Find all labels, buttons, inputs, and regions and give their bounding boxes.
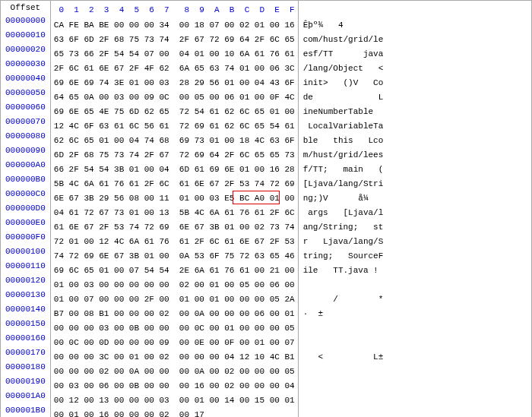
ascii-row[interactable]: / *: [303, 292, 527, 306]
hex-viewer: Offset 000000000000001000000020000000300…: [0, 0, 532, 417]
ascii-row[interactable]: Êþº¾ 4: [303, 17, 527, 32]
ascii-row[interactable]: ang/String; st: [303, 220, 527, 234]
hex-row[interactable]: 00 0C 00 0D 00 00 00 09 00 0E 00 0F 00 0…: [54, 335, 295, 349]
hex-row[interactable]: 00 00 00 03 00 0B 00 00 00 0C 00 01 00 0…: [54, 321, 295, 335]
hex-row[interactable]: 69 6E 69 74 3E 01 00 03 28 29 56 01 00 0…: [54, 75, 295, 90]
ascii-row[interactable]: com/hust/grid/le: [303, 32, 527, 46]
hex-row[interactable]: 69 6C 65 01 00 07 54 54 2E 6A 61 76 61 0…: [54, 263, 295, 277]
offset-value: 00000010: [5, 27, 46, 42]
offset-value: 00000130: [5, 287, 46, 302]
hex-row[interactable]: 04 61 72 67 73 01 00 13 5B 4C 6A 61 76 6…: [54, 205, 295, 220]
hex-header: 0 1 2 3 4 5 6 7 8 9 A B C D E F: [54, 2, 295, 17]
hex-row[interactable]: 6E 67 3B 29 56 08 00 11 01 00 03 E5 BC A…: [54, 191, 295, 205]
offset-value: 00000190: [5, 374, 46, 388]
hex-row[interactable]: CA FE BA BE 00 00 00 34 00 18 07 00 02 0…: [54, 17, 295, 32]
hex-row[interactable]: 12 4C 6F 63 61 6C 56 61 72 69 61 62 6C 6…: [54, 118, 295, 133]
ascii-column: Êþº¾ 4 com/hust/grid/leesf/TT java/lang/…: [299, 1, 531, 417]
ascii-row[interactable]: ble this Lco: [303, 133, 527, 147]
hex-row[interactable]: 2F 6C 61 6E 67 2F 4F 62 6A 65 63 74 01 0…: [54, 61, 295, 75]
offset-value: 000001A0: [5, 388, 46, 403]
ascii-row[interactable]: [303, 378, 527, 393]
ascii-row[interactable]: de L: [303, 90, 527, 104]
ascii-row[interactable]: LocalVariableTa: [303, 118, 527, 133]
ascii-row[interactable]: init> ()V Co: [303, 75, 527, 90]
hex-row[interactable]: 00 01 00 16 00 00 00 02 00 17: [54, 407, 295, 417]
hex-row[interactable]: 61 6E 67 2F 53 74 72 69 6E 67 3B 01 00 0…: [54, 220, 295, 234]
hex-row[interactable]: 01 00 07 00 00 00 2F 00 01 00 01 00 00 0…: [54, 292, 295, 306]
ascii-row[interactable]: r Ljava/lang/S: [303, 234, 527, 248]
hex-row[interactable]: 01 00 03 00 00 00 00 00 02 00 01 00 05 0…: [54, 277, 295, 292]
hex-row[interactable]: 64 65 0A 00 03 00 09 0C 00 05 00 06 01 0…: [54, 90, 295, 104]
hex-row[interactable]: 6D 2F 68 75 73 74 2F 67 72 69 64 2F 6C 6…: [54, 147, 295, 162]
offset-value: 00000080: [5, 128, 46, 143]
offset-value: 00000180: [5, 359, 46, 374]
hex-row[interactable]: B7 00 08 B1 00 00 00 02 00 0A 00 00 00 0…: [54, 306, 295, 321]
offset-value: 00000060: [5, 100, 46, 114]
offset-value: 00000160: [5, 330, 46, 345]
hex-row[interactable]: 00 03 00 06 00 0B 00 00 00 16 00 02 00 0…: [54, 378, 295, 393]
ascii-row[interactable]: /lang/Object <: [303, 61, 527, 75]
hex-row[interactable]: 74 72 69 6E 67 3B 01 00 0A 53 6F 75 72 6…: [54, 248, 295, 263]
offset-value: 00000040: [5, 71, 46, 85]
selection-highlight: [233, 191, 280, 204]
ascii-row[interactable]: · ±: [303, 306, 527, 321]
offset-value: 000001B0: [5, 403, 46, 417]
offset-value: 00000000: [5, 13, 46, 27]
offset-value: 00000100: [5, 244, 46, 258]
hex-row[interactable]: 00 00 00 02 00 0A 00 00 00 0A 00 02 00 0…: [54, 364, 295, 378]
hex-row[interactable]: 72 01 00 12 4C 6A 61 76 61 2F 6C 61 6E 6…: [54, 234, 295, 248]
offset-value: 000000E0: [5, 215, 46, 229]
ascii-row[interactable]: [303, 407, 527, 417]
ascii-row[interactable]: f/TT; main (: [303, 162, 527, 176]
offset-value: 000000F0: [5, 229, 46, 244]
offset-value: 00000050: [5, 85, 46, 100]
ascii-row[interactable]: ineNumberTable: [303, 104, 527, 118]
offset-value: 00000020: [5, 42, 46, 56]
offset-value: 000000C0: [5, 186, 46, 201]
offset-column: Offset 000000000000001000000020000000300…: [1, 1, 51, 417]
hex-row[interactable]: 63 6F 6D 2F 68 75 73 74 2F 67 72 69 64 2…: [54, 32, 295, 46]
offset-value: 00000070: [5, 114, 46, 128]
ascii-row[interactable]: ng;)V å¼: [303, 191, 527, 205]
ascii-row[interactable]: [Ljava/lang/Stri: [303, 176, 527, 191]
offset-value: 00000120: [5, 273, 46, 287]
hex-row[interactable]: 69 6E 65 4E 75 6D 62 65 72 54 61 62 6C 6…: [54, 104, 295, 118]
offset-value: 00000170: [5, 345, 46, 359]
ascii-row[interactable]: [303, 364, 527, 378]
ascii-header: [303, 2, 527, 17]
ascii-row[interactable]: ile TT.java !: [303, 263, 527, 277]
offset-value: 00000110: [5, 258, 46, 273]
hex-row[interactable]: 00 00 00 3C 00 01 00 02 00 00 00 04 12 1…: [54, 349, 295, 364]
ascii-row[interactable]: args [Ljava/l: [303, 205, 527, 220]
ascii-row[interactable]: esf/TT java: [303, 46, 527, 61]
offset-header: Offset: [5, 2, 46, 13]
hex-row[interactable]: 65 73 66 2F 54 54 07 00 04 01 00 10 6A 6…: [54, 46, 295, 61]
ascii-row[interactable]: [303, 321, 527, 335]
ascii-row[interactable]: [303, 393, 527, 407]
offset-value: 000000A0: [5, 157, 46, 172]
offset-value: 00000090: [5, 143, 46, 157]
offset-value: 000000B0: [5, 172, 46, 186]
offset-value: 00000150: [5, 316, 46, 330]
offset-value: 000000D0: [5, 201, 46, 215]
offset-value: 00000140: [5, 302, 46, 316]
ascii-row[interactable]: m/hust/grid/lees: [303, 147, 527, 162]
ascii-row[interactable]: < L±: [303, 349, 527, 364]
ascii-row[interactable]: tring; SourceF: [303, 248, 527, 263]
hex-row[interactable]: 66 2F 54 54 3B 01 00 04 6D 61 69 6E 01 0…: [54, 162, 295, 176]
offset-value: 00000030: [5, 56, 46, 71]
hex-row[interactable]: 5B 4C 6A 61 76 61 2F 6C 61 6E 67 2F 53 7…: [54, 176, 295, 191]
hex-column: 0 1 2 3 4 5 6 7 8 9 A B C D E F CA FE BA…: [51, 1, 299, 417]
ascii-row[interactable]: [303, 277, 527, 292]
hex-row[interactable]: 00 12 00 13 00 00 00 03 00 01 00 14 00 1…: [54, 393, 295, 407]
hex-row[interactable]: 62 6C 65 01 00 04 74 68 69 73 01 00 18 4…: [54, 133, 295, 147]
ascii-row[interactable]: [303, 335, 527, 349]
